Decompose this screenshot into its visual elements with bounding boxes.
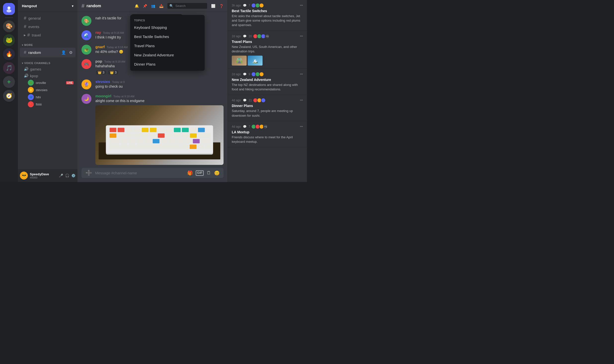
voice-user-hihi[interactable]: 💙 hihi xyxy=(20,94,76,101)
topic-dropdown: TOPICS Keyboard Shopping Best Tactile Sw… xyxy=(130,15,205,71)
more-icon[interactable]: ••• xyxy=(300,125,303,128)
avatar-ray: 🌊 xyxy=(81,30,91,40)
members-icon[interactable]: 👥 xyxy=(151,4,155,8)
gif-icon[interactable]: GIF xyxy=(196,170,204,176)
reaction-crown-1[interactable]: 👑 3 xyxy=(95,70,107,75)
thread-item-travel-plans[interactable]: 2d ago 💬 20 +1 ••• Travel Plans New Zeal… xyxy=(228,31,307,69)
extra-count-badge: +1 xyxy=(263,124,268,129)
live-badge: LIVE xyxy=(66,81,74,84)
right-panel: 3h ago 💬 7 ••• Best Tactile Switches Eri… xyxy=(228,0,307,182)
avatar-stevsies: 🔮 xyxy=(81,79,91,89)
server-icon-hangout[interactable] xyxy=(3,3,15,15)
voice-channel-name: kpop xyxy=(30,74,38,78)
topic-item-keyboard-shopping[interactable]: Keyboard Shopping xyxy=(130,23,205,32)
emoji-icon[interactable]: 😊 xyxy=(214,170,220,176)
avatar-stevsies: ⭐ xyxy=(28,87,34,93)
search-bar[interactable]: 🔍 Search xyxy=(167,3,207,9)
server-icon-s2[interactable]: 🎨 xyxy=(3,20,15,32)
layout-icon[interactable]: ⬜ xyxy=(211,4,215,8)
thread-time: 3h ago xyxy=(232,4,241,7)
explore-servers-button[interactable]: 🧭 xyxy=(3,90,15,102)
svg-rect-44 xyxy=(137,145,180,149)
server-icon-s5[interactable]: 🎵 xyxy=(3,62,15,74)
sticker-icon[interactable]: 🗒 xyxy=(207,170,211,176)
svg-rect-18 xyxy=(117,133,124,138)
collapse-icon: ▾ xyxy=(22,62,23,65)
avatar-stack: +1 xyxy=(252,124,268,129)
svg-rect-24 xyxy=(166,133,172,138)
message-group-moongirl: 🌙 moongirl Today at 9:18 AM alright come… xyxy=(81,94,224,165)
thread-item-nz-adventure[interactable]: 2d ago 💬 9 ••• New Zealand Adventure The… xyxy=(228,69,307,95)
topic-item-nz-adventure[interactable]: New Zealand Adventure xyxy=(130,50,205,60)
channel-name-general: general xyxy=(28,16,41,20)
more-icon[interactable]: ••• xyxy=(300,35,303,38)
thread-item-best-tactile[interactable]: 3h ago 💬 7 ••• Best Tactile Switches Eri… xyxy=(228,0,307,31)
add-member-icon[interactable]: 👤 xyxy=(60,49,67,56)
thread-meta: 2d ago 💬 9 ••• xyxy=(232,72,303,77)
more-icon[interactable]: ••• xyxy=(300,73,303,76)
voice-user-oroville[interactable]: 🌿 oroville LIVE xyxy=(20,79,76,86)
author-moongirl: moongirl xyxy=(95,94,111,98)
add-server-button[interactable]: + xyxy=(3,76,15,88)
headset-icon[interactable]: 🎧 xyxy=(65,174,69,178)
thread-item-dinner-plans[interactable]: 4d ago 💬 21 ••• Dinner Plans Saturday, a… xyxy=(228,95,307,121)
svg-rect-22 xyxy=(150,133,156,138)
inbox-icon[interactable]: 📥 xyxy=(159,4,163,8)
channel-item-travel[interactable]: ▶ # travel xyxy=(20,31,76,39)
chat-input[interactable] xyxy=(95,168,184,178)
topic-item-travel-plans[interactable]: Travel Plans xyxy=(130,41,205,50)
svg-rect-38 xyxy=(185,139,192,144)
svg-rect-8 xyxy=(134,128,140,132)
settings-icon[interactable]: ⚙ xyxy=(68,49,74,56)
channel-item-events[interactable]: # events xyxy=(20,23,76,31)
chat-header: # random 🔔 📌 👥 📥 🔍 Search ⬜ ❓ xyxy=(77,0,228,12)
channel-item-random[interactable]: # random 👤 ⚙ xyxy=(20,48,76,57)
input-icons: 🎁 GIF 🗒 😊 xyxy=(187,170,220,176)
user-panel: 😎 SpeedyDave #0000 🎤 🎧 ⚙️ xyxy=(18,169,77,182)
channel-item-general[interactable]: # general xyxy=(20,14,76,22)
channel-name-travel: travel xyxy=(32,33,41,37)
thread-item-la-meetup[interactable]: 4d ago 💬 7 +1 ••• LA Meetup Friends disc… xyxy=(228,121,307,147)
thread-reply-count: 20 xyxy=(249,35,252,38)
voice-user-stevsies[interactable]: ⭐ stevsies xyxy=(20,86,76,93)
svg-rect-33 xyxy=(145,139,151,144)
server-header[interactable]: Hangout ▾ xyxy=(18,0,77,12)
user-info: SpeedyDave #0000 xyxy=(30,172,57,179)
server-icon-s3[interactable]: 🐸 xyxy=(3,34,15,46)
message-header: moongirl Today at 9:18 AM xyxy=(95,94,224,98)
reaction-crown-2[interactable]: 👑 3 xyxy=(108,70,119,75)
voice-channel-kpop[interactable]: 🔊 kpop xyxy=(20,73,76,79)
message-text-moongirl: alright come on this is endgame xyxy=(95,99,224,104)
thread-images: 🛣️ 🏔️ xyxy=(232,56,303,66)
svg-rect-27 xyxy=(190,133,197,138)
bell-icon[interactable]: 🔔 xyxy=(135,4,139,8)
hash-icon: # xyxy=(24,24,26,29)
more-icon[interactable]: ••• xyxy=(300,99,303,102)
server-icon-s4[interactable]: 🔥 xyxy=(3,48,15,60)
gift-icon[interactable]: 🎁 xyxy=(187,170,193,176)
svg-rect-15 xyxy=(190,128,197,132)
add-content-icon[interactable]: ➕ xyxy=(85,170,92,176)
settings-icon[interactable]: ⚙️ xyxy=(71,174,76,178)
message-time: Today at 9 xyxy=(112,80,125,83)
svg-rect-48 xyxy=(205,145,211,149)
extra-count-badge: +1 xyxy=(265,34,270,39)
topic-item-best-tactile[interactable]: Best Tactile Switches xyxy=(130,32,205,41)
message-content-stevsies: stevsies Today at 9 going to check ou xyxy=(95,79,224,89)
svg-rect-41 xyxy=(110,145,119,149)
thread-time: 2d ago xyxy=(232,73,241,76)
svg-rect-42 xyxy=(120,145,127,149)
help-icon[interactable]: ❓ xyxy=(219,4,224,8)
avatar-stack xyxy=(252,3,264,8)
topic-item-dinner-plans[interactable]: Dinner Plans xyxy=(130,60,205,69)
mic-icon[interactable]: 🎤 xyxy=(59,174,63,178)
voice-user-fiiiiiii[interactable]: 🔴 fiiiiiii xyxy=(20,101,76,108)
voice-channel-games[interactable]: 🔊 games xyxy=(20,66,76,72)
avatar-stack xyxy=(252,72,264,77)
more-icon[interactable]: ••• xyxy=(300,4,303,7)
comment-icon: 💬 xyxy=(243,125,247,128)
collapse-icon: ▾ xyxy=(22,44,23,46)
message-time: Today at 9:18 AM xyxy=(107,46,128,49)
pin-icon[interactable]: 📌 xyxy=(143,4,147,8)
thread-title: New Zealand Adventure xyxy=(232,78,303,82)
